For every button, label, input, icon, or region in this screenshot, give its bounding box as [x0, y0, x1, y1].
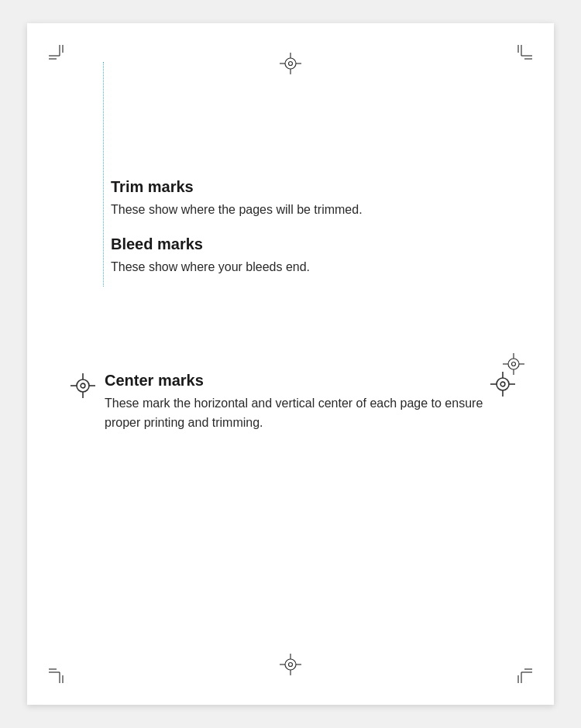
center-marks-text: Center marks These mark the horizontal a…: [105, 372, 507, 433]
svg-point-35: [81, 383, 85, 388]
svg-point-29: [512, 362, 516, 366]
trim-marks-title: Trim marks: [111, 178, 507, 196]
corner-bl-icon: [49, 655, 77, 683]
svg-point-40: [497, 378, 509, 390]
svg-point-41: [500, 382, 505, 386]
svg-point-17: [289, 62, 293, 66]
print-page: Trim marks These show where the pages wi…: [27, 23, 554, 705]
trim-marks-body: These show where the pages will be trimm…: [111, 201, 507, 220]
bleed-indicator-line: [103, 62, 104, 287]
center-marks-title: Center marks: [105, 372, 507, 390]
corner-br-icon: [504, 655, 532, 683]
svg-point-34: [77, 379, 89, 392]
svg-point-28: [508, 359, 519, 369]
crosshair-right-inline-icon: [490, 372, 515, 400]
crosshair-bottom-icon: [280, 654, 301, 675]
svg-point-22: [285, 659, 296, 670]
svg-point-16: [285, 58, 296, 69]
center-marks-section: Center marks These mark the horizontal a…: [70, 372, 507, 433]
corner-tl-icon: [49, 45, 77, 73]
corner-tr-icon: [504, 45, 532, 73]
trim-bleed-section: Trim marks These show where the pages wi…: [111, 178, 507, 293]
crosshair-top-icon: [280, 53, 301, 74]
crosshair-left-inline-icon: [70, 373, 95, 401]
center-marks-body: These mark the horizontal and vertical c…: [105, 394, 507, 433]
bleed-marks-title: Bleed marks: [111, 235, 507, 253]
bleed-marks-body: These show where your bleeds end.: [111, 258, 507, 277]
svg-point-23: [289, 663, 293, 667]
